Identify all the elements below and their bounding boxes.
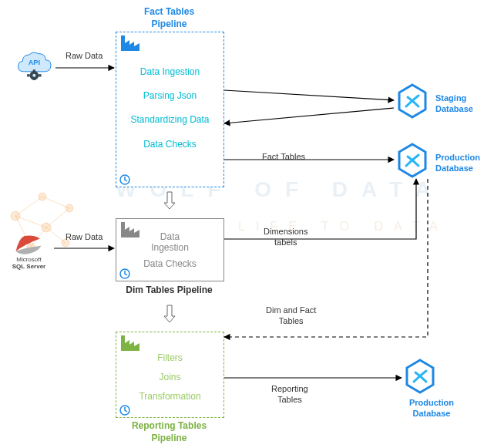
edge-label-dim-tables: Dimensions tabels xyxy=(264,226,307,248)
api-label: API xyxy=(28,59,39,67)
staging-database: Staging Database xyxy=(397,83,466,120)
production-db-label-2: Production Database xyxy=(401,397,462,419)
sql-server-label: SQL Server xyxy=(12,263,45,270)
fact-step-ingestion: Data Ingestion xyxy=(123,65,217,79)
svg-rect-14 xyxy=(32,69,35,72)
clock-icon xyxy=(119,174,130,185)
svg-line-6 xyxy=(15,197,42,216)
svg-point-3 xyxy=(66,204,73,212)
edge-label-fact-tables: Fact Tables xyxy=(262,151,305,162)
svg-point-0 xyxy=(11,211,20,221)
edge-staging-to-standardize xyxy=(224,108,394,123)
hexagon-db-icon xyxy=(405,359,435,394)
edge-label-reporting-tables: Reporting Tables xyxy=(271,383,308,406)
fact-step-standardizing: Standardizing Data xyxy=(123,113,217,127)
fact-step-checks: Data Checks xyxy=(123,137,217,152)
dim-pipeline: Data Ingestion Data Checks xyxy=(116,218,224,281)
edge-dim-to-prod xyxy=(224,179,416,239)
production-database-bottom: Production Database xyxy=(405,359,474,396)
factory-icon xyxy=(121,222,139,237)
dim-step-checks: Data Checks xyxy=(123,258,217,269)
api-source: API xyxy=(14,46,56,89)
reporting-pipeline: Filters Joins Transformation xyxy=(116,332,224,418)
svg-point-18 xyxy=(32,74,35,77)
clock-icon xyxy=(119,268,130,279)
dim-pipeline-title: Dim Tables Pipeline xyxy=(116,285,223,297)
svg-rect-17 xyxy=(39,74,41,76)
sql-vendor-label: Microsoft xyxy=(16,256,41,263)
svg-rect-19 xyxy=(121,35,125,51)
rep-step-filters: Filters xyxy=(123,351,217,365)
fact-step-parsing: Parsing Json xyxy=(123,89,217,103)
down-arrow-icon xyxy=(164,304,175,324)
edge-label-raw-data-2: Raw Data xyxy=(66,231,102,242)
svg-line-9 xyxy=(46,208,69,227)
production-db-label-1: Production Database xyxy=(435,152,480,174)
reporting-pipeline-title: Reporting Tables Pipeline xyxy=(116,420,223,444)
down-arrow-icon xyxy=(164,190,175,211)
fact-pipeline: Data Ingestion Parsing Json Standardizin… xyxy=(116,32,224,187)
rep-step-joins: Joins xyxy=(123,370,217,385)
factory-icon xyxy=(121,335,139,351)
sql-server-source: MicrosoftSQL Server xyxy=(8,231,50,274)
staging-db-label: Staging Database xyxy=(435,93,473,115)
svg-line-7 xyxy=(15,216,46,227)
api-icon: API xyxy=(16,46,55,80)
edge-prod-to-reporting xyxy=(224,179,428,337)
sql-server-icon xyxy=(12,231,47,256)
fact-pipeline-title: Fact Tables Pipeline xyxy=(116,6,223,30)
svg-rect-16 xyxy=(27,74,29,76)
edge-parsing-to-staging xyxy=(224,90,394,100)
rep-step-transformation: Transformation xyxy=(123,389,217,404)
svg-line-8 xyxy=(42,197,69,208)
hexagon-db-icon xyxy=(397,83,428,119)
svg-rect-23 xyxy=(121,335,125,351)
hexagon-db-icon xyxy=(397,143,428,178)
production-database-top: Production Database xyxy=(397,143,466,180)
clock-icon xyxy=(119,405,130,416)
edge-label-dim-fact: Dim and Fact Tables xyxy=(266,305,316,327)
factory-icon xyxy=(121,35,139,51)
svg-rect-21 xyxy=(121,222,125,237)
edge-label-raw-data-1: Raw Data xyxy=(66,50,102,61)
svg-rect-15 xyxy=(32,79,35,80)
svg-point-1 xyxy=(39,193,46,200)
